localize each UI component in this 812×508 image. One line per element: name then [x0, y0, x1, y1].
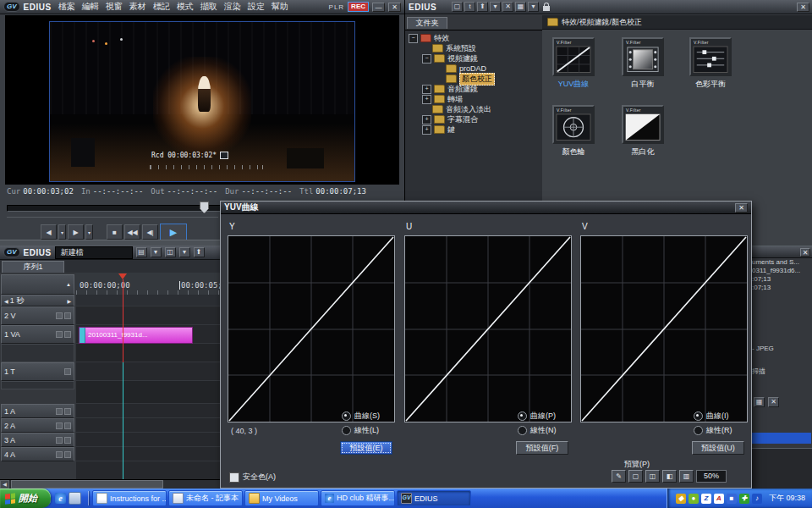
- track-header-2a[interactable]: 2 A: [1, 418, 74, 433]
- tree-item-key[interactable]: +鍵: [405, 124, 542, 135]
- track-collapsed-strip[interactable]: [1, 381, 74, 389]
- effect-color-wheel[interactable]: V.Filter 顏色輪: [546, 105, 601, 157]
- playhead-line-lower[interactable]: [123, 362, 123, 480]
- folder-up-icon[interactable]: ⬆: [477, 2, 488, 12]
- delete-effect-icon[interactable]: ✕: [502, 2, 513, 12]
- new-sequence-icon[interactable]: ▤: [136, 247, 147, 257]
- menu-view[interactable]: 視窗: [102, 1, 126, 13]
- scale-right-icon[interactable]: ▶: [67, 298, 71, 304]
- checkbox-icon[interactable]: [229, 472, 239, 483]
- tray-icon[interactable]: Z: [701, 494, 711, 504]
- track-lock-icon[interactable]: [64, 422, 71, 429]
- v-curve-editor[interactable]: [580, 235, 748, 422]
- tray-icon[interactable]: ✚: [739, 494, 749, 504]
- close-button[interactable]: ✕: [388, 3, 401, 12]
- track-mute-icon[interactable]: [56, 451, 63, 458]
- tray-icon[interactable]: ◆: [676, 494, 686, 504]
- taskbar-item-instructions[interactable]: Instructions for ...: [92, 490, 167, 506]
- menu-clip[interactable]: 素材: [126, 1, 150, 13]
- expand-icon[interactable]: +: [422, 125, 431, 135]
- taskbar-item-hdclub[interactable]: e HD club 精研事...: [321, 490, 395, 506]
- menu-edit[interactable]: 編輯: [79, 1, 102, 13]
- track-header-2v[interactable]: 2 V: [1, 306, 74, 325]
- safe-color-checkbox[interactable]: 安全色(A): [229, 472, 276, 483]
- rewind-button[interactable]: ◀◀: [124, 224, 140, 240]
- track-toggle-icon[interactable]: [56, 312, 63, 319]
- menu-settings[interactable]: 設定: [244, 1, 268, 13]
- effect-yuv-curve[interactable]: V.Filter YUV曲線: [546, 37, 601, 90]
- palette-titlebar[interactable]: EDIUS ▢ t ⬆ ▾ ✕ ▦ ▾ ✕: [405, 0, 812, 14]
- view-mode-icon[interactable]: ▦: [515, 2, 526, 12]
- tree-item-audio-filters[interactable]: +音頻濾鏡: [405, 84, 542, 94]
- scroll-thumb[interactable]: [11, 480, 163, 489]
- u-curve-radio[interactable]: 曲線(P): [518, 411, 557, 422]
- open-dropdown-icon[interactable]: ▾: [179, 247, 190, 257]
- play-button[interactable]: ▶: [160, 224, 187, 240]
- track-mute-icon[interactable]: [56, 437, 63, 444]
- track-toggle-icon[interactable]: [56, 331, 63, 338]
- show-desktop-icon[interactable]: [69, 492, 81, 505]
- draw-tool-icon[interactable]: ✎: [612, 470, 626, 483]
- bin-close-button[interactable]: ✕: [800, 248, 810, 257]
- spin-up-icon[interactable]: ▲: [66, 282, 71, 287]
- jog-forward-dropdown[interactable]: ▾: [85, 224, 93, 240]
- track-header-1a[interactable]: 1 A: [1, 404, 74, 418]
- jog-back-dropdown[interactable]: ▾: [58, 224, 66, 240]
- tray-icon[interactable]: ♪: [752, 494, 762, 504]
- track-lock-icon[interactable]: [64, 312, 71, 319]
- u-curve-editor[interactable]: [404, 235, 572, 422]
- lock-icon[interactable]: [543, 6, 550, 11]
- y-curve-editor[interactable]: [228, 235, 395, 422]
- start-button[interactable]: 開始: [0, 489, 51, 508]
- video-preview[interactable]: Rcd 00:00:03:02*: [49, 21, 355, 182]
- preview-multi-icon[interactable]: ▥: [679, 470, 694, 483]
- menu-marker[interactable]: 標記: [150, 1, 173, 13]
- tab-sequence-1[interactable]: 序列1: [2, 261, 64, 273]
- open-project-icon[interactable]: ◫: [165, 247, 176, 257]
- collapse-icon[interactable]: −: [422, 54, 431, 64]
- tray-icon[interactable]: A: [714, 494, 724, 504]
- taskbar-item-edius[interactable]: GV EDIUS: [397, 490, 471, 506]
- timescale-selector[interactable]: ◀ 1 秒 ▶: [1, 295, 74, 306]
- expand-icon[interactable]: +: [422, 115, 431, 124]
- track-mute-icon[interactable]: [56, 408, 63, 415]
- save-project-icon[interactable]: ⬆: [194, 247, 205, 257]
- track-header-1va[interactable]: 1 VA: [1, 325, 74, 344]
- tree-item-video-filters[interactable]: −視頻濾鏡: [405, 53, 542, 64]
- preview-single-icon[interactable]: ▢: [628, 470, 643, 483]
- y-linear-radio[interactable]: 線性(L): [342, 425, 380, 436]
- palette-close-button[interactable]: ✕: [797, 3, 809, 12]
- text-tool-icon[interactable]: t: [464, 2, 475, 12]
- track-toggle-icon[interactable]: [64, 368, 71, 375]
- y-curve-radio[interactable]: 曲線(S): [342, 411, 380, 422]
- monitor-titlebar[interactable]: GV EDIUS 檔案 編輯 視窗 素材 標記 模式 擷取 渲染 設定 幫助 P…: [0, 0, 404, 14]
- ie-quicklaunch-icon[interactable]: e: [55, 493, 66, 504]
- effect-white-balance[interactable]: V.Filter 白平衡: [615, 37, 671, 90]
- menu-help[interactable]: 幫助: [268, 1, 292, 13]
- menu-mode[interactable]: 模式: [173, 1, 197, 13]
- tray-icon[interactable]: ●: [689, 494, 699, 504]
- track-header-4a[interactable]: 4 A: [1, 447, 74, 461]
- folder-dropdown-icon[interactable]: ▾: [490, 2, 501, 12]
- u-linear-radio[interactable]: 線性(N): [518, 425, 557, 436]
- v-linear-radio[interactable]: 線性(R): [694, 425, 732, 436]
- playhead-line-upper[interactable]: [123, 279, 123, 362]
- tree-item-effects-root[interactable]: −特效: [405, 33, 542, 43]
- stop-button[interactable]: ■: [107, 224, 123, 240]
- scroll-left-icon[interactable]: ◀: [0, 480, 9, 489]
- scale-left-icon[interactable]: ◀: [4, 298, 8, 304]
- dialog-close-button[interactable]: ✕: [735, 203, 748, 213]
- recorder-mode-indicator[interactable]: REC: [348, 2, 369, 12]
- taskbar-item-my-videos[interactable]: My Videos: [244, 490, 319, 506]
- effect-color-balance[interactable]: V.Filter 色彩平衡: [683, 37, 738, 90]
- track-header-3a[interactable]: 3 A: [1, 433, 74, 447]
- new-dropdown-icon[interactable]: ▾: [151, 247, 162, 257]
- bin-grid-view-icon[interactable]: ▦: [754, 397, 765, 407]
- timeline-clip[interactable]: 20100311_f9931d...: [79, 327, 193, 344]
- tree-item-audio-crossfade[interactable]: 音頻淡入淡出: [405, 104, 542, 114]
- v-curve-radio[interactable]: 曲線(I): [694, 411, 732, 422]
- menu-render[interactable]: 渲染: [221, 1, 244, 13]
- window-layout-icon[interactable]: ▢: [452, 2, 463, 12]
- y-curve-canvas[interactable]: [228, 236, 394, 422]
- bin-selected-row[interactable]: [751, 433, 811, 444]
